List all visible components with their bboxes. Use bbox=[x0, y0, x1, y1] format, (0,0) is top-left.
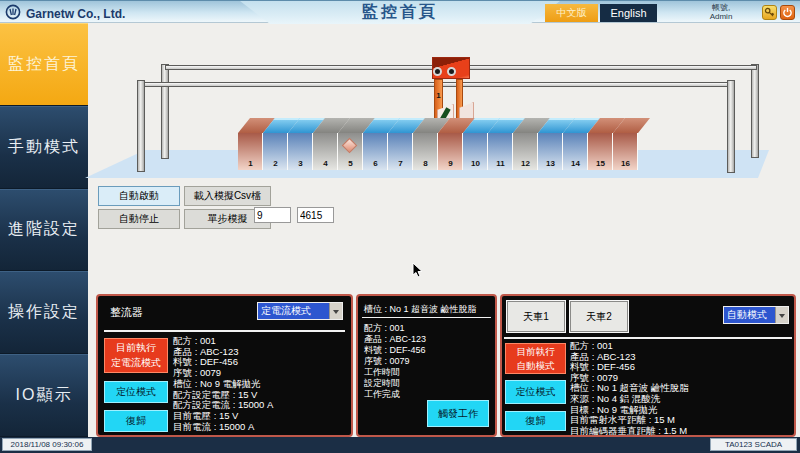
tank-number: 11 bbox=[488, 159, 513, 168]
info-line: 配方 : 001 bbox=[570, 341, 689, 352]
tank-number: 13 bbox=[538, 159, 563, 168]
sidebar-item-4[interactable]: IO顯示 bbox=[0, 354, 88, 437]
tank-number: 9 bbox=[438, 159, 463, 168]
tank-number: 10 bbox=[463, 159, 488, 168]
sidebar-item-0[interactable]: 監控首頁 bbox=[0, 23, 88, 106]
logo-group: Garnetw Co., Ltd. bbox=[5, 4, 125, 24]
info-line: 產品 : ABC-123 bbox=[364, 334, 426, 345]
slot-title: 槽位 : No 1 超音波 鹼性脫脂 bbox=[364, 303, 477, 316]
tank-number: 8 bbox=[413, 159, 438, 168]
gantry-post-back-right bbox=[751, 64, 759, 158]
load-csv-button[interactable]: 載入模擬Csv檔 bbox=[184, 186, 271, 206]
exec-line1: 目前執行 bbox=[116, 341, 156, 356]
rectifier-position-mode-button[interactable]: 定位模式 bbox=[104, 381, 168, 403]
company-name: Garnetw Co., Ltd. bbox=[26, 7, 125, 21]
tank-number: 5 bbox=[338, 159, 363, 168]
top-bar: Garnetw Co., Ltd. 監控首頁 中文版 English 帳號, A… bbox=[0, 0, 800, 23]
rectifier-mode-value: 定電流模式 bbox=[258, 303, 329, 319]
tank-number: 12 bbox=[513, 159, 538, 168]
account-name: Admin bbox=[692, 12, 750, 21]
info-line: 目前編碼器垂直距離 : 1.5 M bbox=[570, 426, 689, 437]
info-line: 目前電流 : 15000 A bbox=[173, 422, 273, 433]
sidebar-nav: 監控首頁手動模式進階設定操作設定IO顯示 bbox=[0, 23, 88, 437]
tank-number: 1 bbox=[238, 159, 263, 168]
scada-app: Garnetw Co., Ltd. 監控首頁 中文版 English 帳號, A… bbox=[0, 0, 800, 453]
rectifier-panel: 整流器 定電流模式 目前執行 定電流模式 定位模式 復歸 配方 : 001產品 … bbox=[96, 294, 353, 437]
info-line: 來源 : No 4 鋁 混酸洗 bbox=[570, 394, 689, 405]
lang-english-button[interactable]: English bbox=[600, 4, 657, 22]
crane-panel: 天車1 天車2 自動模式 目前執行 自動模式 定位模式 復歸 配方 : 001產… bbox=[500, 294, 796, 437]
system-id-display: TA0123 SCADA SYSTEM bbox=[710, 438, 797, 451]
info-line: 料號 : DEF-456 bbox=[364, 345, 426, 356]
rectifier-exec-status-button[interactable]: 目前執行 定電流模式 bbox=[104, 338, 168, 373]
rectifier-mode-select[interactable]: 定電流模式 bbox=[257, 302, 343, 320]
gantry-post-back-left bbox=[161, 64, 169, 159]
info-line: 槽位 : No 9 電解拋光 bbox=[173, 379, 273, 390]
crane-position-mode-button[interactable]: 定位模式 bbox=[505, 380, 566, 404]
info-line: 工作時間 bbox=[364, 367, 426, 378]
tank-number: 14 bbox=[563, 159, 588, 168]
auto-start-button[interactable]: 自動啟動 bbox=[98, 186, 180, 206]
trigger-work-button[interactable]: 觸發工作 bbox=[427, 400, 489, 427]
chevron-down-icon[interactable] bbox=[329, 303, 342, 319]
rectifier-reset-button[interactable]: 復歸 bbox=[104, 410, 168, 432]
rectifier-title: 整流器 bbox=[110, 305, 143, 320]
exec-line1: 目前執行 bbox=[517, 345, 555, 359]
datetime-display: 2018/11/08 09:30:06 bbox=[2, 438, 92, 451]
sim-value2-input[interactable] bbox=[297, 207, 334, 223]
info-line: 工作完成 bbox=[364, 389, 426, 400]
info-line: 設定時間 bbox=[364, 378, 426, 389]
tank-top bbox=[613, 118, 650, 133]
company-logo-icon bbox=[5, 4, 21, 24]
tab-crane-1[interactable]: 天車1 bbox=[507, 301, 565, 332]
rectifier-info-list: 配方 : 001產品 : ABC-123料號 : DEF-456序號 : 007… bbox=[173, 336, 273, 432]
sidebar-item-1[interactable]: 手動模式 bbox=[0, 106, 88, 189]
tank-number: 4 bbox=[313, 159, 338, 168]
crane-mode-value: 自動模式 bbox=[724, 307, 775, 323]
divider bbox=[362, 317, 491, 318]
info-line: 序號 : 0079 bbox=[364, 356, 426, 367]
tank-number: 6 bbox=[363, 159, 388, 168]
divider bbox=[104, 330, 345, 332]
power-icon[interactable] bbox=[780, 5, 795, 20]
tank-16: 16 bbox=[613, 116, 651, 170]
exec-line2: 定電流模式 bbox=[111, 356, 161, 371]
crane-exec-status-button[interactable]: 目前執行 自動模式 bbox=[505, 343, 566, 374]
crane-wheel-right bbox=[447, 67, 456, 76]
slot-panel: 槽位 : No 1 超音波 鹼性脫脂 配方 : 001產品 : ABC-123料… bbox=[356, 294, 497, 437]
tank-number: 7 bbox=[388, 159, 413, 168]
crane-mode-select[interactable]: 自動模式 bbox=[723, 306, 789, 324]
crane-info-list: 配方 : 001產品 : ABC-123料號 : DEF-456序號 : 007… bbox=[570, 341, 689, 436]
tank-number: 16 bbox=[613, 159, 638, 168]
crane-number-label: 1 bbox=[434, 91, 443, 100]
tank-number: 3 bbox=[288, 159, 313, 168]
tab-crane-2[interactable]: 天車2 bbox=[570, 301, 628, 332]
slot-info-list: 配方 : 001產品 : ABC-123料號 : DEF-456序號 : 007… bbox=[364, 323, 426, 400]
exec-line2: 自動模式 bbox=[517, 359, 555, 373]
gantry-post-front-right bbox=[727, 80, 735, 173]
tank-number: 2 bbox=[263, 159, 288, 168]
key-icon[interactable] bbox=[762, 5, 777, 20]
tank-number: 15 bbox=[588, 159, 613, 168]
info-line: 配方 : 001 bbox=[364, 323, 426, 334]
sidebar-item-3[interactable]: 操作設定 bbox=[0, 271, 88, 354]
sidebar-item-2[interactable]: 進階設定 bbox=[0, 189, 88, 272]
auto-stop-button[interactable]: 自動停止 bbox=[98, 209, 180, 229]
status-bar: 2018/11/08 09:30:06 TA0123 SCADA SYSTEM bbox=[0, 437, 800, 453]
mouse-cursor bbox=[412, 262, 424, 283]
gantry-post-front-left bbox=[137, 80, 145, 172]
divider bbox=[504, 337, 792, 339]
account-info: 帳號, Admin bbox=[692, 3, 750, 21]
account-label: 帳號, bbox=[692, 3, 750, 12]
chevron-down-icon[interactable] bbox=[775, 307, 788, 323]
page-title: 監控首頁 bbox=[250, 2, 550, 23]
tank-row: 12345678910111213141516 bbox=[238, 116, 658, 172]
crane-wheel-left bbox=[433, 67, 442, 76]
lang-chinese-button[interactable]: 中文版 bbox=[545, 4, 598, 22]
crane-reset-button[interactable]: 復歸 bbox=[505, 411, 566, 431]
sim-value1-input[interactable] bbox=[254, 207, 291, 223]
